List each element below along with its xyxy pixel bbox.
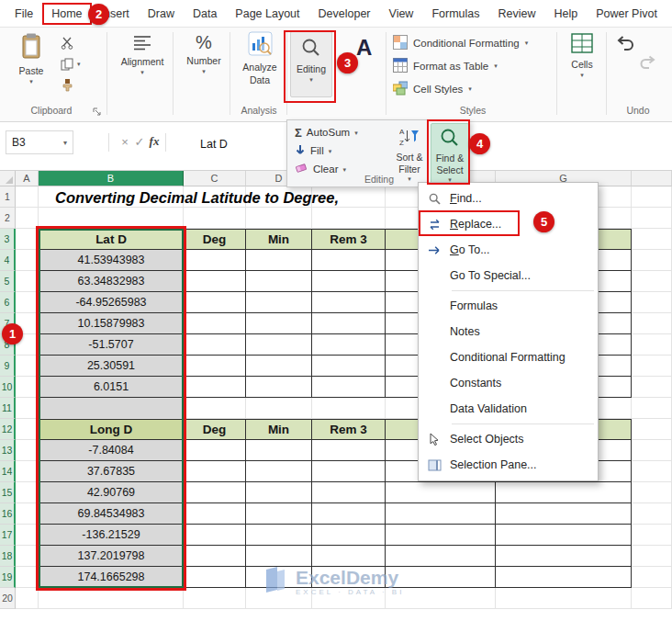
cell-B2[interactable]	[39, 208, 184, 229]
menu-item-notes[interactable]: Notes	[419, 319, 598, 344]
cut-button[interactable]	[59, 35, 75, 51]
cell-B3[interactable]: Lat D	[39, 229, 184, 250]
cell-B16[interactable]: 69.84534983	[39, 503, 184, 525]
cell-B10[interactable]: 6.0151	[39, 377, 184, 398]
row-header-3[interactable]: 3	[0, 229, 16, 250]
font-color-icon[interactable]: A	[356, 35, 372, 61]
cell-A4[interactable]	[16, 250, 39, 271]
row-header-5[interactable]: 5	[0, 271, 16, 292]
cell-A18[interactable]	[16, 546, 39, 567]
tab-power-pivot[interactable]: Power Pivot	[587, 3, 666, 25]
cell-C16[interactable]	[184, 503, 246, 525]
menu-item-data-validation[interactable]: Data Validation	[419, 396, 598, 422]
cell-H15[interactable]	[632, 482, 672, 503]
format-as-table-button[interactable]: Format as Table ▾	[393, 54, 553, 77]
cell-C2[interactable]	[184, 208, 246, 229]
menu-item-replace[interactable]: Replace...	[419, 211, 598, 237]
row-header-20[interactable]: 20	[0, 588, 16, 609]
cell-D7[interactable]	[246, 313, 312, 334]
row-header-6[interactable]: 6	[0, 292, 16, 313]
cell-E4[interactable]	[312, 250, 386, 271]
column-header-blank[interactable]	[632, 171, 672, 186]
clipboard-dialog-launcher-icon[interactable]	[92, 107, 101, 116]
analyze-data-button[interactable]: Analyze Data	[235, 31, 285, 85]
cell-A9[interactable]	[16, 356, 39, 377]
menu-item-constants[interactable]: Constants	[419, 370, 598, 396]
number-button[interactable]: % Number ▾	[180, 31, 228, 74]
row-header-18[interactable]: 18	[0, 546, 16, 567]
cell-E8[interactable]	[312, 334, 386, 356]
cell-D3[interactable]: Min	[246, 229, 312, 250]
redo-button[interactable]	[639, 53, 657, 70]
column-header-B[interactable]: B	[39, 171, 184, 186]
fill-button[interactable]: Fill ▾	[295, 142, 331, 159]
find-select-button[interactable]: Find & Select ▾	[431, 123, 469, 184]
cell-A11[interactable]	[16, 398, 39, 419]
cell-B18[interactable]: 137.2019798	[39, 546, 184, 567]
row-header-10[interactable]: 10	[0, 377, 16, 398]
cell-E2[interactable]	[312, 208, 386, 229]
cell-E3[interactable]: Rem 3	[312, 229, 386, 250]
cell-H6[interactable]	[632, 292, 672, 313]
cell-E6[interactable]	[312, 292, 386, 313]
cell-B19[interactable]: 174.1665298	[39, 567, 184, 588]
cell-H4[interactable]	[632, 250, 672, 271]
menu-item-find[interactable]: Find...	[419, 186, 598, 211]
sort-filter-button[interactable]: AZ Sort & Filter ▾	[390, 123, 429, 184]
cell-E9[interactable]	[312, 356, 386, 377]
cell-H14[interactable]	[632, 461, 672, 482]
tab-home[interactable]: Home	[42, 3, 91, 25]
row-header-13[interactable]: 13	[0, 440, 16, 461]
cell-C3[interactable]: Deg	[184, 229, 246, 250]
cell-C18[interactable]	[184, 546, 246, 567]
cell-C4[interactable]	[184, 250, 246, 271]
cell-D17[interactable]	[246, 525, 312, 546]
cell-H16[interactable]	[632, 503, 672, 525]
cell-C14[interactable]	[184, 461, 246, 482]
autosum-button[interactable]: Σ AutoSum ▾	[295, 124, 358, 141]
cell-C5[interactable]	[184, 271, 246, 292]
cell-C13[interactable]	[184, 440, 246, 461]
row-header-16[interactable]: 16	[0, 503, 16, 525]
tab-view[interactable]: View	[380, 3, 423, 25]
cell-B4[interactable]: 41.53943983	[39, 250, 184, 271]
cell-E11[interactable]	[312, 398, 386, 419]
row-header-9[interactable]: 9	[0, 356, 16, 377]
cell-C15[interactable]	[184, 482, 246, 503]
cell-G16[interactable]	[496, 503, 632, 525]
cell-B14[interactable]: 37.67835	[39, 461, 184, 482]
cell-F15[interactable]	[386, 482, 496, 503]
row-header-4[interactable]: 4	[0, 250, 16, 271]
cell-A13[interactable]	[16, 440, 39, 461]
cell-B13[interactable]: -7.84084	[39, 440, 184, 461]
cell-C6[interactable]	[184, 292, 246, 313]
cell-C11[interactable]	[184, 398, 246, 419]
cell-H10[interactable]	[632, 377, 672, 398]
copy-button[interactable]	[59, 56, 75, 73]
cell-A14[interactable]	[16, 461, 39, 482]
cell-C7[interactable]	[184, 313, 246, 334]
cell-B20[interactable]	[39, 588, 184, 609]
cell-D10[interactable]	[246, 377, 312, 398]
cell-A6[interactable]	[16, 292, 39, 313]
cell-C20[interactable]	[184, 588, 246, 609]
row-header-2[interactable]: 2	[0, 208, 16, 229]
alignment-button[interactable]: Alignment ▾	[116, 34, 169, 75]
cell-E14[interactable]	[312, 461, 386, 482]
cell-A2[interactable]	[16, 208, 39, 229]
cell-H20[interactable]	[632, 588, 672, 609]
cell-A5[interactable]	[16, 271, 39, 292]
row-header-15[interactable]: 15	[0, 482, 16, 503]
cell-D5[interactable]	[246, 271, 312, 292]
cell-D2[interactable]	[246, 208, 312, 229]
cell-E12[interactable]: Rem 3	[312, 419, 386, 440]
editing-button[interactable]: Editing ▾	[290, 31, 332, 97]
cell-D8[interactable]	[246, 334, 312, 356]
cell-A10[interactable]	[16, 377, 39, 398]
cell-F17[interactable]	[386, 525, 496, 546]
cell-G19[interactable]	[496, 567, 632, 588]
cell-D14[interactable]	[246, 461, 312, 482]
enter-check-icon[interactable]: ✓	[132, 131, 147, 152]
cell-B8[interactable]: -51.5707	[39, 334, 184, 356]
insert-function-button[interactable]: fx	[147, 131, 162, 152]
